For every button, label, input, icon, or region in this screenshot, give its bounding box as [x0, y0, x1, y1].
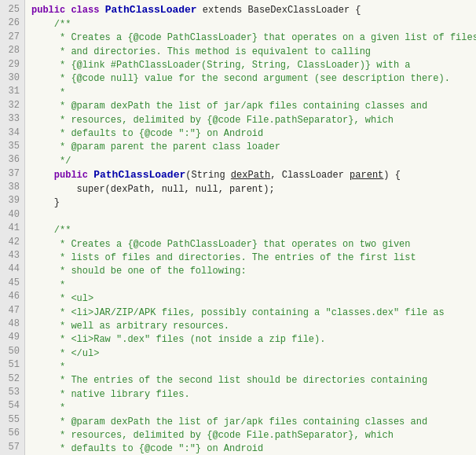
line-number: 25 — [3, 3, 20, 17]
line-number: 51 — [3, 358, 20, 372]
code-token: (String — [185, 170, 231, 181]
line-number: 26 — [3, 17, 20, 30]
line-number: 39 — [3, 194, 20, 207]
line-number: 37 — [3, 167, 20, 181]
line-number: 29 — [3, 58, 20, 72]
code-token: } — [31, 197, 60, 208]
code-line: * defaults to {@code ":"} on Android — [31, 442, 470, 455]
code-token: * — [31, 280, 65, 291]
code-line: * — [31, 402, 470, 415]
code-token: * <li>JAR/ZIP/APK files, possibly contai… — [31, 307, 445, 318]
code-token: * defaults to {@code ":"} on Android — [31, 128, 263, 139]
code-token: * </ul> — [31, 348, 99, 359]
code-token: */ — [31, 156, 71, 167]
code-line: * </ul> — [31, 347, 470, 361]
code-line: * {@link #PathClassLoader(String, String… — [31, 59, 470, 72]
line-number: 31 — [3, 85, 20, 98]
line-number: 44 — [3, 262, 20, 276]
code-token: * {@code null} value for the second argu… — [31, 73, 450, 84]
line-number: 32 — [3, 99, 20, 112]
code-token: * resources, delimited by {@code File.pa… — [31, 115, 394, 126]
code-line: * Creates a {@code PathClassLoader} that… — [31, 238, 470, 251]
code-line: * <ul> — [31, 292, 470, 306]
code-token: * Creates a {@code PathClassLoader} that… — [31, 32, 476, 43]
code-token: /** — [31, 225, 71, 236]
code-token: * and directories. This method is equiva… — [31, 46, 371, 57]
line-number: 34 — [3, 127, 20, 140]
code-token: ) { — [383, 170, 401, 181]
code-line: public PathClassLoader(String dexPath, C… — [31, 168, 470, 183]
code-content[interactable]: public class PathClassLoader extends Bas… — [25, 0, 476, 455]
code-line: * <li>JAR/ZIP/APK files, possibly contai… — [31, 306, 470, 320]
code-line: * should be one of the following: — [31, 265, 470, 278]
code-line: * well as arbitrary resources. — [31, 320, 470, 333]
code-line: * Creates a {@code PathClassLoader} that… — [31, 31, 470, 45]
code-token: * Creates a {@code PathClassLoader} that… — [31, 239, 410, 250]
line-number: 36 — [3, 153, 20, 167]
line-number: 56 — [3, 427, 20, 440]
line-number: 45 — [3, 277, 20, 290]
code-line: * @param dexPath the list of jar/apk fil… — [31, 416, 470, 429]
line-number: 48 — [3, 317, 20, 331]
code-line: * resources, delimited by {@code File.pa… — [31, 429, 470, 442]
code-token: * — [31, 402, 65, 413]
code-token: extends BaseDexClassLoader { — [197, 5, 361, 16]
code-token: dexPath — [231, 170, 270, 181]
code-line: * <li>Raw ".dex" files (not inside a zip… — [31, 333, 470, 347]
code-line: * The entries of the second list should … — [31, 374, 470, 387]
code-line: /** — [31, 224, 470, 237]
code-token: public — [31, 5, 71, 16]
code-token: * well as arbitrary resources. — [31, 321, 229, 332]
code-token: * @param dexPath the list of jar/apk fil… — [31, 416, 427, 427]
code-line: * — [31, 361, 470, 374]
code-token: PathClassLoader — [93, 169, 185, 181]
code-token: * native library files. — [31, 389, 190, 400]
code-line: * defaults to {@code ":"} on Android — [31, 127, 470, 141]
line-number: 33 — [3, 112, 20, 126]
line-number: 27 — [3, 31, 20, 44]
line-number: 50 — [3, 345, 20, 358]
line-number: 52 — [3, 372, 20, 386]
line-number: 47 — [3, 304, 20, 317]
line-number: 42 — [3, 236, 20, 249]
code-line: */ — [31, 155, 470, 168]
line-number: 43 — [3, 249, 20, 262]
code-line: * — [31, 86, 470, 100]
line-number: 49 — [3, 331, 20, 344]
code-token: * resources, delimited by {@code File.pa… — [31, 430, 394, 441]
line-number: 28 — [3, 44, 20, 57]
code-line: } — [31, 196, 470, 210]
line-number: 30 — [3, 72, 20, 85]
code-editor: 2526272829303132333435363738394041424344… — [0, 0, 476, 455]
code-token: * — [31, 87, 65, 98]
code-line — [31, 211, 470, 224]
code-token: /** — [31, 19, 71, 30]
line-number: 55 — [3, 413, 20, 427]
code-token: * — [31, 361, 65, 372]
code-line: * — [31, 279, 470, 292]
code-line: super(dexPath, null, null, parent); — [31, 183, 470, 196]
code-token: * @param dexPath the list of jar/apk fil… — [31, 101, 427, 112]
line-numbers: 2526272829303132333435363738394041424344… — [0, 0, 25, 455]
code-line: * lists of files and directories. The en… — [31, 251, 470, 265]
line-number: 38 — [3, 181, 20, 194]
code-line: /** — [31, 18, 470, 31]
line-number: 57 — [3, 441, 20, 454]
line-number: 41 — [3, 222, 20, 235]
code-token: public — [31, 170, 93, 181]
code-token: * <li>Raw ".dex" files (not inside a zip… — [31, 334, 325, 345]
code-token: * defaults to {@code ":"} on Android — [31, 443, 263, 454]
code-token: class — [71, 5, 104, 16]
line-number: 54 — [3, 399, 20, 413]
line-number: 53 — [3, 386, 20, 399]
code-token: PathClassLoader — [105, 4, 197, 16]
line-number: 46 — [3, 290, 20, 303]
line-number: 35 — [3, 140, 20, 153]
code-line: * and directories. This method is equiva… — [31, 46, 470, 59]
code-token: * <ul> — [31, 293, 93, 304]
code-token: * {@link #PathClassLoader(String, String… — [31, 60, 410, 71]
code-line: * {@code null} value for the second argu… — [31, 72, 470, 86]
line-number: 40 — [3, 208, 20, 222]
code-line: * @param parent the parent class loader — [31, 141, 470, 154]
code-token: * @param parent the parent class loader — [31, 141, 280, 152]
